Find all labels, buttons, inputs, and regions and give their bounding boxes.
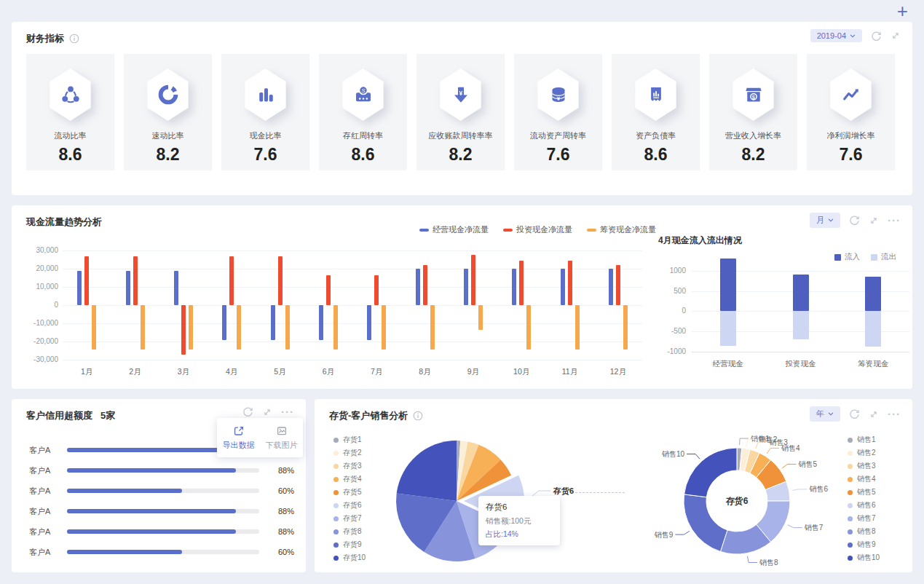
bar-segment[interactable]	[326, 275, 331, 305]
legend-item[interactable]: 销售10	[848, 553, 880, 562]
add-widget-button[interactable]: +	[897, 0, 908, 22]
period-selector[interactable]: 2019-04	[810, 29, 862, 42]
legend-item[interactable]: 销售2	[848, 449, 880, 457]
pie-slice-销售9[interactable]	[684, 494, 727, 552]
metric-card[interactable]: 流动比率8.6	[26, 54, 114, 170]
export-data-button[interactable]: 导出数据	[217, 418, 260, 457]
bar-segment[interactable]	[126, 271, 130, 306]
bar-segment[interactable]	[865, 277, 881, 311]
expand-icon[interactable]	[262, 407, 272, 417]
legend-item[interactable]: 存货1	[333, 435, 366, 444]
legend-item[interactable]: 存货8	[333, 527, 366, 536]
panel-title: 财务指标	[26, 32, 79, 45]
legend-item[interactable]: 存货3	[333, 462, 366, 470]
bar-segment[interactable]	[464, 269, 468, 305]
bar-segment[interactable]	[174, 271, 178, 306]
metric-card[interactable]: ¥流动资产周转率7.6	[514, 54, 602, 170]
legend-item[interactable]: 销售9	[848, 540, 880, 549]
bar-segment[interactable]	[478, 305, 483, 330]
more-icon[interactable]: ···	[888, 411, 901, 418]
bar-segment[interactable]	[471, 255, 475, 305]
bar-segment[interactable]	[84, 256, 89, 306]
bar-segment[interactable]	[181, 305, 186, 355]
bar-segment[interactable]	[609, 269, 613, 305]
legend-item[interactable]: 存货9	[333, 540, 366, 549]
legend-item[interactable]: 投资现金净流量	[503, 224, 572, 235]
bar-fill[interactable]	[67, 468, 236, 473]
metric-card[interactable]: $营业收入增长率8.2	[709, 54, 797, 170]
legend-item[interactable]: 销售6	[848, 501, 880, 510]
metric-card[interactable]: 现金比率7.6	[221, 54, 309, 170]
bar-segment[interactable]	[526, 305, 531, 350]
bar-segment[interactable]	[720, 259, 736, 311]
bar-segment[interactable]	[430, 305, 435, 350]
bar-segment[interactable]	[374, 275, 379, 305]
bar-segment[interactable]	[616, 265, 620, 305]
refresh-icon[interactable]	[242, 406, 253, 417]
legend-item[interactable]: 存货5	[333, 488, 366, 497]
pie-slice-销售10[interactable]	[684, 448, 737, 497]
bar-segment[interactable]	[141, 305, 145, 350]
legend-item[interactable]: 经营现金净流量	[419, 224, 489, 235]
metric-card[interactable]: 净利润增长率7.6	[807, 54, 895, 170]
pie-slice-存货10[interactable]	[397, 441, 457, 501]
bar-segment[interactable]	[333, 305, 338, 350]
bar-segment[interactable]	[793, 311, 809, 339]
legend-item[interactable]: 存货2	[333, 449, 366, 457]
metric-card[interactable]: ¥应收账款周转率率8.2	[416, 54, 505, 170]
bar-segment[interactable]	[423, 265, 427, 305]
legend-item[interactable]: 存货6	[333, 501, 366, 510]
info-icon[interactable]	[413, 411, 423, 421]
legend-item[interactable]: 销售8	[848, 527, 880, 536]
bar-fill[interactable]	[67, 550, 182, 554]
period-selector[interactable]: 月	[810, 213, 840, 228]
legend-item[interactable]: 筹资现金净流量	[587, 224, 656, 235]
legend-item[interactable]: 存货7	[333, 514, 366, 523]
legend-item[interactable]: 销售7	[848, 514, 880, 523]
refresh-icon[interactable]	[871, 31, 882, 42]
bar-segment[interactable]	[382, 305, 386, 350]
bar-fill[interactable]	[67, 529, 236, 534]
refresh-icon[interactable]	[849, 215, 860, 226]
metric-card[interactable]: 资产负债率8.6	[612, 54, 700, 170]
bar-segment[interactable]	[222, 305, 226, 340]
legend-item[interactable]: 销售1	[848, 435, 880, 444]
bar-fill[interactable]	[67, 489, 182, 493]
download-image-button[interactable]: 下载图片	[260, 418, 303, 457]
bar-segment[interactable]	[237, 305, 241, 350]
bar-segment[interactable]	[92, 305, 96, 350]
bar-segment[interactable]	[865, 311, 881, 346]
bar-segment[interactable]	[575, 305, 580, 350]
bar-segment[interactable]	[793, 275, 809, 311]
legend-item[interactable]: 销售3	[848, 462, 880, 470]
expand-icon[interactable]	[891, 31, 901, 41]
more-icon[interactable]: ···	[281, 409, 294, 416]
bar-segment[interactable]	[319, 305, 323, 340]
bar-segment[interactable]	[278, 256, 283, 306]
bar-segment[interactable]	[367, 305, 371, 340]
legend-item[interactable]: 存货4	[333, 475, 366, 484]
metric-card[interactable]: S存红周转率8.6	[319, 54, 407, 170]
bar-segment[interactable]	[285, 305, 290, 350]
info-icon[interactable]	[69, 33, 79, 44]
bar-segment[interactable]	[568, 261, 572, 305]
bar-segment[interactable]	[271, 305, 275, 340]
bar-segment[interactable]	[229, 256, 234, 306]
bar-segment[interactable]	[561, 269, 565, 305]
bar-segment[interactable]	[133, 256, 138, 306]
bar-fill[interactable]	[67, 448, 236, 452]
bar-fill[interactable]	[67, 509, 236, 513]
bar-segment[interactable]	[512, 269, 516, 305]
bar-segment[interactable]	[189, 305, 193, 350]
bar-segment[interactable]	[416, 269, 420, 305]
legend-item[interactable]: 销售4	[848, 475, 880, 484]
bar-segment[interactable]	[519, 261, 524, 305]
bar-segment[interactable]	[720, 311, 736, 345]
legend-item[interactable]: 存货10	[333, 553, 366, 562]
bar-segment[interactable]	[623, 305, 628, 350]
legend-item[interactable]: 销售5	[848, 488, 880, 497]
expand-icon[interactable]	[869, 216, 879, 226]
more-icon[interactable]: ···	[888, 217, 901, 224]
bar-segment[interactable]	[77, 271, 82, 306]
metric-card[interactable]: 速动比率8.2	[124, 54, 212, 170]
